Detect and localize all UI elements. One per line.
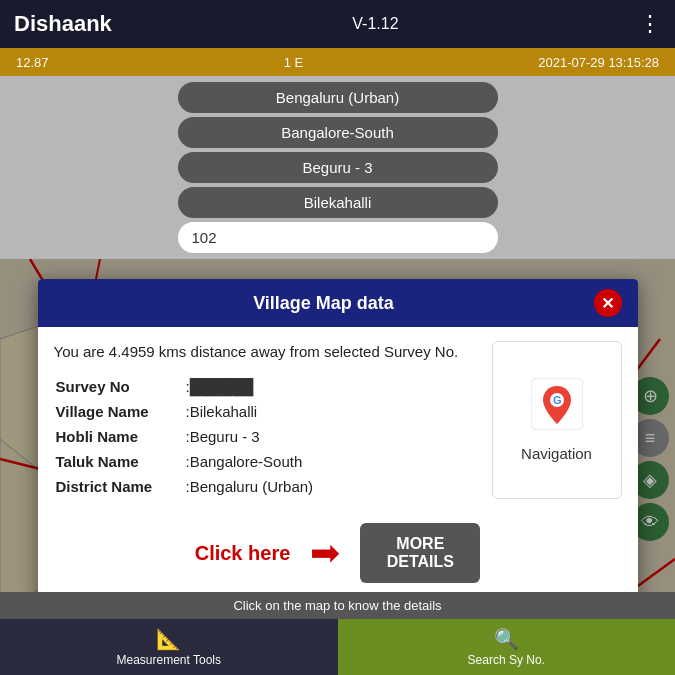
arrow-right-icon: ➡ bbox=[310, 535, 340, 571]
navigation-label: Navigation bbox=[521, 445, 592, 462]
app-header: Dishaank V-1.12 ⋮ bbox=[0, 0, 675, 48]
modal-info: You are 4.4959 kms distance away from se… bbox=[54, 341, 480, 499]
detail-table: Survey No :██████ Village Name :Bilekaha… bbox=[54, 374, 480, 499]
bottom-status-text: Click on the map to know the details bbox=[0, 592, 675, 619]
app-version: V-1.12 bbox=[352, 15, 398, 33]
measurement-icon: 📐 bbox=[156, 627, 181, 651]
dropdown-taluk[interactable]: Bangalore-South bbox=[178, 117, 498, 148]
dropdown-hobli[interactable]: Beguru - 3 bbox=[178, 152, 498, 183]
table-row: Survey No :██████ bbox=[54, 374, 480, 399]
distance-text: You are 4.4959 kms distance away from se… bbox=[54, 341, 480, 362]
modal-footer: Click here ➡ MOREDETAILS bbox=[38, 513, 638, 599]
bottom-tools: 📐 Measurement Tools 🔍 Search Sy No. bbox=[0, 619, 675, 675]
field-label-hobli: Hobli Name bbox=[54, 424, 184, 449]
menu-icon[interactable]: ⋮ bbox=[639, 11, 661, 37]
measurement-tools-button[interactable]: 📐 Measurement Tools bbox=[0, 619, 338, 675]
status-bar: 12.87 1 E 2021-07-29 13:15:28 bbox=[0, 48, 675, 76]
field-label-taluk: Taluk Name bbox=[54, 449, 184, 474]
table-row: District Name :Bengaluru (Urban) bbox=[54, 474, 480, 499]
bottom-bar: Click on the map to know the details 📐 M… bbox=[0, 592, 675, 675]
navigation-button[interactable]: G Navigation bbox=[492, 341, 622, 499]
modal-body: You are 4.4959 kms distance away from se… bbox=[38, 327, 638, 513]
field-label-village: Village Name bbox=[54, 399, 184, 424]
modal-title: Village Map data bbox=[54, 293, 594, 314]
dropdown-area: Bengaluru (Urban) Bangalore-South Beguru… bbox=[0, 76, 675, 259]
click-here-text: Click here bbox=[195, 542, 291, 565]
status-center: 1 E bbox=[284, 55, 304, 70]
navigation-icon: G bbox=[531, 378, 583, 441]
more-details-button[interactable]: MOREDETAILS bbox=[360, 523, 480, 583]
field-label-survey: Survey No bbox=[54, 374, 184, 399]
field-value-taluk: :Bangalore-South bbox=[184, 449, 480, 474]
field-value-hobli: :Beguru - 3 bbox=[184, 424, 480, 449]
field-value-village: :Bilekahalli bbox=[184, 399, 480, 424]
status-right: 2021-07-29 13:15:28 bbox=[538, 55, 659, 70]
table-row: Hobli Name :Beguru - 3 bbox=[54, 424, 480, 449]
table-row: Village Name :Bilekahalli bbox=[54, 399, 480, 424]
svg-text:G: G bbox=[553, 394, 562, 406]
status-left: 12.87 bbox=[16, 55, 49, 70]
app-title: Dishaank bbox=[14, 11, 112, 37]
search-label: Search Sy No. bbox=[468, 653, 545, 667]
field-value-survey: :██████ bbox=[184, 374, 480, 399]
dropdown-village[interactable]: Bilekahalli bbox=[178, 187, 498, 218]
field-value-district: :Bengaluru (Urban) bbox=[184, 474, 480, 499]
field-label-district: District Name bbox=[54, 474, 184, 499]
measurement-label: Measurement Tools bbox=[117, 653, 222, 667]
search-icon: 🔍 bbox=[494, 627, 519, 651]
search-sy-button[interactable]: 🔍 Search Sy No. bbox=[338, 619, 676, 675]
table-row: Taluk Name :Bangalore-South bbox=[54, 449, 480, 474]
dropdown-district[interactable]: Bengaluru (Urban) bbox=[178, 82, 498, 113]
modal-header: Village Map data ✕ bbox=[38, 279, 638, 327]
village-map-modal: Village Map data ✕ You are 4.4959 kms di… bbox=[38, 279, 638, 599]
survey-number-input[interactable] bbox=[178, 222, 498, 253]
modal-close-button[interactable]: ✕ bbox=[594, 289, 622, 317]
